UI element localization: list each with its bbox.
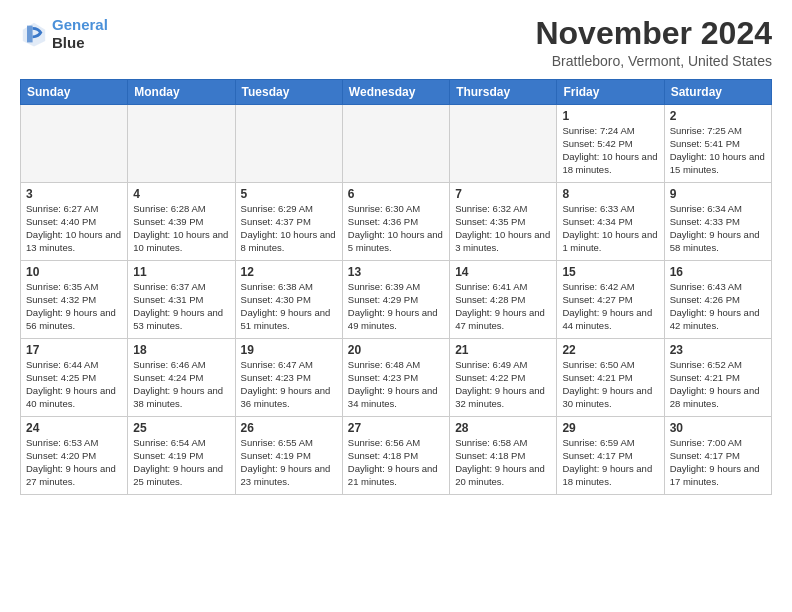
day-number: 1 xyxy=(562,109,658,123)
day-number: 6 xyxy=(348,187,444,201)
table-row: 13Sunrise: 6:39 AMSunset: 4:29 PMDayligh… xyxy=(342,261,449,339)
table-row: 16Sunrise: 6:43 AMSunset: 4:26 PMDayligh… xyxy=(664,261,771,339)
calendar-week-1: 1Sunrise: 7:24 AMSunset: 5:42 PMDaylight… xyxy=(21,105,772,183)
table-row: 28Sunrise: 6:58 AMSunset: 4:18 PMDayligh… xyxy=(450,417,557,495)
table-row xyxy=(235,105,342,183)
table-row: 2Sunrise: 7:25 AMSunset: 5:41 PMDaylight… xyxy=(664,105,771,183)
col-wednesday: Wednesday xyxy=(342,80,449,105)
day-info: Sunrise: 6:28 AMSunset: 4:39 PMDaylight:… xyxy=(133,203,229,254)
col-thursday: Thursday xyxy=(450,80,557,105)
table-row: 23Sunrise: 6:52 AMSunset: 4:21 PMDayligh… xyxy=(664,339,771,417)
day-number: 24 xyxy=(26,421,122,435)
day-number: 10 xyxy=(26,265,122,279)
table-row: 6Sunrise: 6:30 AMSunset: 4:36 PMDaylight… xyxy=(342,183,449,261)
table-row: 3Sunrise: 6:27 AMSunset: 4:40 PMDaylight… xyxy=(21,183,128,261)
col-tuesday: Tuesday xyxy=(235,80,342,105)
table-row: 8Sunrise: 6:33 AMSunset: 4:34 PMDaylight… xyxy=(557,183,664,261)
col-monday: Monday xyxy=(128,80,235,105)
table-row xyxy=(21,105,128,183)
day-info: Sunrise: 7:00 AMSunset: 4:17 PMDaylight:… xyxy=(670,437,766,488)
day-info: Sunrise: 6:32 AMSunset: 4:35 PMDaylight:… xyxy=(455,203,551,254)
day-info: Sunrise: 6:37 AMSunset: 4:31 PMDaylight:… xyxy=(133,281,229,332)
table-row: 20Sunrise: 6:48 AMSunset: 4:23 PMDayligh… xyxy=(342,339,449,417)
logo-icon xyxy=(20,20,48,48)
day-number: 20 xyxy=(348,343,444,357)
col-sunday: Sunday xyxy=(21,80,128,105)
day-info: Sunrise: 6:44 AMSunset: 4:25 PMDaylight:… xyxy=(26,359,122,410)
table-row: 17Sunrise: 6:44 AMSunset: 4:25 PMDayligh… xyxy=(21,339,128,417)
day-info: Sunrise: 6:47 AMSunset: 4:23 PMDaylight:… xyxy=(241,359,337,410)
calendar: Sunday Monday Tuesday Wednesday Thursday… xyxy=(20,79,772,495)
day-number: 14 xyxy=(455,265,551,279)
month-title: November 2024 xyxy=(535,16,772,51)
day-number: 26 xyxy=(241,421,337,435)
day-number: 17 xyxy=(26,343,122,357)
table-row: 7Sunrise: 6:32 AMSunset: 4:35 PMDaylight… xyxy=(450,183,557,261)
day-number: 30 xyxy=(670,421,766,435)
table-row: 10Sunrise: 6:35 AMSunset: 4:32 PMDayligh… xyxy=(21,261,128,339)
table-row: 26Sunrise: 6:55 AMSunset: 4:19 PMDayligh… xyxy=(235,417,342,495)
table-row: 15Sunrise: 6:42 AMSunset: 4:27 PMDayligh… xyxy=(557,261,664,339)
day-info: Sunrise: 6:54 AMSunset: 4:19 PMDaylight:… xyxy=(133,437,229,488)
day-number: 15 xyxy=(562,265,658,279)
day-info: Sunrise: 6:55 AMSunset: 4:19 PMDaylight:… xyxy=(241,437,337,488)
table-row: 30Sunrise: 7:00 AMSunset: 4:17 PMDayligh… xyxy=(664,417,771,495)
day-info: Sunrise: 6:49 AMSunset: 4:22 PMDaylight:… xyxy=(455,359,551,410)
day-info: Sunrise: 6:53 AMSunset: 4:20 PMDaylight:… xyxy=(26,437,122,488)
table-row: 29Sunrise: 6:59 AMSunset: 4:17 PMDayligh… xyxy=(557,417,664,495)
day-number: 13 xyxy=(348,265,444,279)
calendar-header-row: Sunday Monday Tuesday Wednesday Thursday… xyxy=(21,80,772,105)
day-info: Sunrise: 6:39 AMSunset: 4:29 PMDaylight:… xyxy=(348,281,444,332)
day-number: 19 xyxy=(241,343,337,357)
day-info: Sunrise: 6:33 AMSunset: 4:34 PMDaylight:… xyxy=(562,203,658,254)
day-info: Sunrise: 6:30 AMSunset: 4:36 PMDaylight:… xyxy=(348,203,444,254)
header: General Blue November 2024 Brattleboro, … xyxy=(20,16,772,69)
day-info: Sunrise: 7:24 AMSunset: 5:42 PMDaylight:… xyxy=(562,125,658,176)
page: General Blue November 2024 Brattleboro, … xyxy=(0,0,792,505)
table-row: 19Sunrise: 6:47 AMSunset: 4:23 PMDayligh… xyxy=(235,339,342,417)
title-block: November 2024 Brattleboro, Vermont, Unit… xyxy=(535,16,772,69)
day-number: 18 xyxy=(133,343,229,357)
day-info: Sunrise: 6:58 AMSunset: 4:18 PMDaylight:… xyxy=(455,437,551,488)
col-friday: Friday xyxy=(557,80,664,105)
day-number: 2 xyxy=(670,109,766,123)
day-number: 22 xyxy=(562,343,658,357)
day-number: 4 xyxy=(133,187,229,201)
day-number: 11 xyxy=(133,265,229,279)
day-info: Sunrise: 6:43 AMSunset: 4:26 PMDaylight:… xyxy=(670,281,766,332)
day-number: 9 xyxy=(670,187,766,201)
calendar-week-4: 17Sunrise: 6:44 AMSunset: 4:25 PMDayligh… xyxy=(21,339,772,417)
table-row: 5Sunrise: 6:29 AMSunset: 4:37 PMDaylight… xyxy=(235,183,342,261)
day-info: Sunrise: 6:29 AMSunset: 4:37 PMDaylight:… xyxy=(241,203,337,254)
table-row: 12Sunrise: 6:38 AMSunset: 4:30 PMDayligh… xyxy=(235,261,342,339)
day-info: Sunrise: 6:41 AMSunset: 4:28 PMDaylight:… xyxy=(455,281,551,332)
table-row: 11Sunrise: 6:37 AMSunset: 4:31 PMDayligh… xyxy=(128,261,235,339)
day-info: Sunrise: 6:46 AMSunset: 4:24 PMDaylight:… xyxy=(133,359,229,410)
day-number: 12 xyxy=(241,265,337,279)
table-row: 27Sunrise: 6:56 AMSunset: 4:18 PMDayligh… xyxy=(342,417,449,495)
calendar-week-3: 10Sunrise: 6:35 AMSunset: 4:32 PMDayligh… xyxy=(21,261,772,339)
location: Brattleboro, Vermont, United States xyxy=(535,53,772,69)
day-info: Sunrise: 6:50 AMSunset: 4:21 PMDaylight:… xyxy=(562,359,658,410)
svg-marker-0 xyxy=(23,23,45,47)
day-number: 27 xyxy=(348,421,444,435)
calendar-week-2: 3Sunrise: 6:27 AMSunset: 4:40 PMDaylight… xyxy=(21,183,772,261)
col-saturday: Saturday xyxy=(664,80,771,105)
day-info: Sunrise: 6:48 AMSunset: 4:23 PMDaylight:… xyxy=(348,359,444,410)
day-info: Sunrise: 6:42 AMSunset: 4:27 PMDaylight:… xyxy=(562,281,658,332)
table-row: 18Sunrise: 6:46 AMSunset: 4:24 PMDayligh… xyxy=(128,339,235,417)
day-number: 16 xyxy=(670,265,766,279)
table-row: 14Sunrise: 6:41 AMSunset: 4:28 PMDayligh… xyxy=(450,261,557,339)
day-info: Sunrise: 6:56 AMSunset: 4:18 PMDaylight:… xyxy=(348,437,444,488)
day-number: 29 xyxy=(562,421,658,435)
day-info: Sunrise: 6:52 AMSunset: 4:21 PMDaylight:… xyxy=(670,359,766,410)
day-number: 7 xyxy=(455,187,551,201)
logo-text: General Blue xyxy=(52,16,108,52)
day-info: Sunrise: 6:38 AMSunset: 4:30 PMDaylight:… xyxy=(241,281,337,332)
table-row xyxy=(128,105,235,183)
logo: General Blue xyxy=(20,16,108,52)
day-number: 3 xyxy=(26,187,122,201)
day-info: Sunrise: 6:59 AMSunset: 4:17 PMDaylight:… xyxy=(562,437,658,488)
day-number: 23 xyxy=(670,343,766,357)
table-row xyxy=(342,105,449,183)
